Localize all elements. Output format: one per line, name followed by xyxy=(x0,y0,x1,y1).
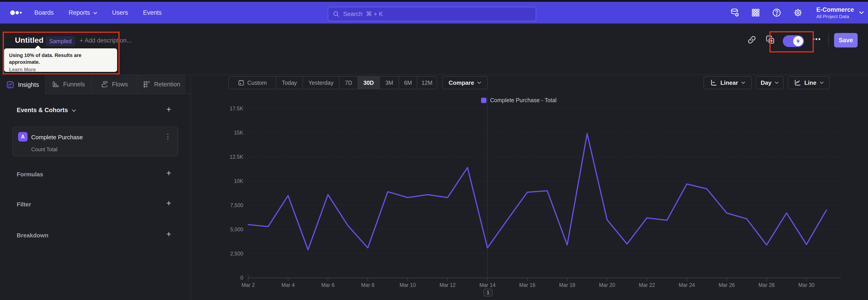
chevron-down-icon xyxy=(819,81,824,84)
calendar-icon xyxy=(238,79,245,86)
y-tick-label: 7,500 xyxy=(230,202,243,208)
x-tick-label: Mar 20 xyxy=(599,282,615,288)
x-tick-label: Mar 24 xyxy=(679,282,695,288)
y-tick-label: 2,500 xyxy=(230,251,243,257)
event-card[interactable]: A Complete Purchase ⋮ Count Total xyxy=(12,127,178,156)
apps-grid-icon[interactable] xyxy=(751,8,760,17)
y-tick-label: 5,000 xyxy=(230,227,243,232)
chevron-down-icon xyxy=(93,12,97,14)
chevron-down-icon xyxy=(477,81,481,84)
range-yesterday[interactable]: Yesterday xyxy=(303,77,340,89)
y-tick-label: 17.5K xyxy=(230,106,243,112)
more-options-button[interactable]: ⋯ xyxy=(812,34,822,44)
interval-selector[interactable]: Day xyxy=(756,76,784,89)
sampled-badge[interactable]: Sampled xyxy=(46,36,75,46)
range-6m[interactable]: 6M xyxy=(399,77,417,89)
chevron-down-icon xyxy=(741,81,745,84)
x-tick-label: Mar 26 xyxy=(719,282,735,288)
add-formula-button[interactable]: + xyxy=(166,169,171,177)
global-search[interactable] xyxy=(328,7,536,21)
events-cohorts-header[interactable]: Events & Cohorts xyxy=(17,107,76,114)
retention-icon xyxy=(143,81,151,88)
range-12m-label: 12M xyxy=(422,80,433,86)
range-30d[interactable]: 30D xyxy=(358,77,380,89)
breakdown-section-label: Breakdown xyxy=(17,232,49,239)
range-3m-label: 3M xyxy=(385,80,393,86)
tooltip-arrow xyxy=(35,46,41,52)
search-input[interactable] xyxy=(343,11,531,18)
duplicate-icon[interactable] xyxy=(766,35,775,45)
series-letter-badge: A xyxy=(18,132,28,142)
tab-retention[interactable]: Retention xyxy=(137,75,186,94)
scale-selector[interactable]: Linear xyxy=(704,76,752,89)
range-custom-label: Custom xyxy=(247,80,267,86)
range-custom[interactable]: Custom xyxy=(229,77,276,89)
scale-label: Linear xyxy=(720,79,738,86)
add-filter-button[interactable]: + xyxy=(166,199,171,207)
project-scope: All Project Data xyxy=(816,13,854,19)
range-7d-label: 7D xyxy=(345,80,352,86)
toggle-knob xyxy=(793,36,803,46)
chart-page-indicator[interactable]: 1 xyxy=(484,289,493,296)
chart-type-selector[interactable]: Line xyxy=(788,76,830,89)
sampling-toggle[interactable] xyxy=(783,35,804,47)
x-tick-label: Mar 30 xyxy=(798,282,815,288)
x-tick-label: Mar 12 xyxy=(439,282,456,288)
report-tabs: Insights Funnels Flows Retention xyxy=(0,75,191,94)
x-tick-label: Mar 16 xyxy=(519,282,535,288)
data-management-icon[interactable] xyxy=(730,8,739,18)
tab-funnels[interactable]: Funnels xyxy=(46,75,92,94)
tooltip-text: Using 10% of data. Results are approxima… xyxy=(9,52,112,65)
range-12m[interactable]: 12M xyxy=(417,77,437,89)
y-tick-label: 15K xyxy=(234,130,243,136)
range-3m[interactable]: 3M xyxy=(380,77,399,89)
window-edge xyxy=(0,0,868,2)
tab-flows[interactable]: Flows xyxy=(92,75,137,94)
compare-label: Compare xyxy=(449,79,474,86)
event-name[interactable]: Complete Purchase xyxy=(31,134,83,141)
x-tick-label: Mar 22 xyxy=(639,282,655,288)
line-chart-icon xyxy=(794,79,801,86)
events-cohorts-label: Events & Cohorts xyxy=(17,107,68,114)
add-description-field[interactable]: + Add description... xyxy=(80,37,131,44)
settings-gear-icon[interactable] xyxy=(793,8,803,18)
nav-item-events[interactable]: Events xyxy=(143,9,162,16)
nav-item-users-label: Users xyxy=(112,9,128,16)
nav-item-reports[interactable]: Reports xyxy=(69,9,97,16)
add-event-button[interactable]: + xyxy=(166,106,171,114)
tab-insights[interactable]: Insights xyxy=(0,75,46,94)
copy-link-icon[interactable] xyxy=(747,35,756,45)
chevron-down-icon xyxy=(775,81,779,84)
project-switcher[interactable]: E-Commerce All Project Data xyxy=(816,6,864,19)
axis-scale-icon xyxy=(710,79,717,86)
range-7d[interactable]: 7D xyxy=(340,77,358,89)
search-icon xyxy=(333,11,340,18)
nav-item-users[interactable]: Users xyxy=(112,9,128,16)
compare-button[interactable]: Compare xyxy=(442,76,488,89)
x-tick-label: Mar 28 xyxy=(758,282,775,288)
event-metric[interactable]: Count Total xyxy=(31,147,57,153)
add-breakdown-button[interactable]: + xyxy=(166,230,171,238)
tab-insights-label: Insights xyxy=(18,81,39,88)
range-today[interactable]: Today xyxy=(276,77,303,89)
y-tick-label: 10K xyxy=(234,178,243,184)
help-icon[interactable] xyxy=(772,8,781,18)
save-button[interactable]: Save xyxy=(834,33,858,48)
nav-right: E-Commerce All Project Data xyxy=(730,2,864,24)
learn-more-link[interactable]: Learn More xyxy=(9,67,36,72)
funnels-icon xyxy=(52,81,59,88)
y-tick-label: 12.5K xyxy=(230,154,243,160)
mixpanel-logo-icon[interactable] xyxy=(10,9,24,17)
x-tick-label: Mar 2 xyxy=(242,282,255,288)
header-divider xyxy=(828,33,829,47)
event-menu-button[interactable]: ⋮ xyxy=(164,132,171,140)
nav-item-boards[interactable]: Boards xyxy=(34,9,54,16)
x-tick-label: Mar 10 xyxy=(400,282,416,288)
x-tick-label: Mar 14 xyxy=(479,282,496,288)
x-tick-label: Mar 18 xyxy=(559,282,576,288)
line-chart[interactable]: 02,5005,0007,50010K12.5K15K17.5KMar 2Mar… xyxy=(204,95,868,298)
report-title[interactable]: Untitled xyxy=(15,36,43,44)
mixpanel-insights-screen: Boards Reports Users Events xyxy=(0,0,868,300)
nav-item-events-label: Events xyxy=(143,9,162,16)
chart-type-label: Line xyxy=(804,79,816,86)
